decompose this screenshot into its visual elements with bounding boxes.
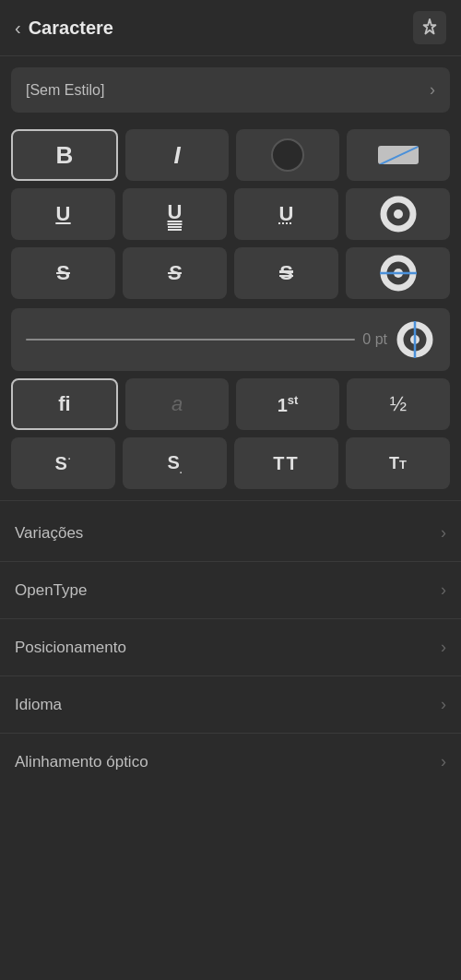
italic-alt-button[interactable]: a (125, 378, 229, 430)
row-underline: U U U (11, 188, 450, 240)
tracking-value: 0 pt (362, 331, 387, 348)
donut-2-button[interactable] (346, 247, 450, 299)
ligature-label: fi (58, 392, 70, 416)
divider-1 (0, 500, 461, 501)
section-alinhamento-arrow-icon: › (441, 752, 446, 771)
strike-plain-button[interactable]: S (11, 247, 115, 299)
section-variacoes-label: Variações (15, 524, 83, 543)
svg-point-1 (394, 209, 403, 219)
underline-dotted-button[interactable]: U (234, 188, 338, 240)
all-caps-button[interactable]: TT (234, 437, 338, 489)
header-left: ‹ Caractere (15, 18, 113, 39)
strike-italic-label: S (168, 261, 182, 285)
feature-row-2: S· S. TT TT (0, 434, 461, 496)
style-selector[interactable]: [Sem Estilo] › (11, 67, 450, 113)
italic-alt-label: a (171, 392, 183, 416)
style-selector-label: [Sem Estilo] (26, 82, 104, 99)
small-caps-button[interactable]: TT (346, 437, 450, 489)
section-opentype-label: OpenType (15, 581, 87, 600)
strike-italic-button[interactable]: S (123, 247, 227, 299)
pin-button[interactable] (413, 11, 446, 44)
dot-above-button[interactable]: S· (11, 437, 115, 489)
donut-1-icon (378, 194, 419, 234)
bold-button[interactable]: B (11, 129, 118, 181)
section-alinhamento-label: Alinhamento óptico (15, 753, 148, 771)
fill-color-button[interactable] (236, 129, 339, 181)
pin-icon (420, 18, 440, 38)
italic-button[interactable]: I (125, 129, 229, 181)
tracking-line (26, 339, 355, 341)
section-posicionamento-label: Posicionamento (15, 639, 126, 657)
section-idioma[interactable]: Idioma › (0, 675, 461, 733)
ligature-button[interactable]: fi (11, 378, 118, 430)
header: ‹ Caractere (0, 0, 461, 56)
back-button[interactable]: ‹ (15, 18, 21, 39)
sections-list: Variações › OpenType › Posicionamento › … (0, 505, 461, 790)
strike-double-button[interactable]: S (234, 247, 338, 299)
underline-plain-label: U (56, 202, 71, 226)
formatting-grid: B I U U U S S (0, 124, 461, 305)
all-caps-label: TT (273, 453, 299, 474)
strike-double-label: S (279, 261, 293, 285)
donut-2-icon (378, 253, 419, 293)
section-idioma-arrow-icon: › (441, 695, 446, 714)
tracking-row[interactable]: 0 pt (11, 308, 450, 371)
strike-plain-label: S (56, 261, 70, 285)
donut-3-icon (395, 319, 435, 360)
dot-below-button[interactable]: S. (123, 437, 227, 489)
dot-above-label: S· (54, 453, 71, 474)
section-variacoes[interactable]: Variações › (0, 505, 461, 561)
dot-below-label: S. (167, 452, 182, 475)
row-bold-italic: B I (11, 129, 450, 181)
underline-plain-button[interactable]: U (11, 188, 115, 240)
feature-row-1: fi a 1st ½ (0, 375, 461, 434)
underline-double-label: U (168, 200, 183, 228)
section-opentype-arrow-icon: › (441, 580, 446, 600)
stroke-color-rect (378, 146, 419, 164)
ordinal-label: 1st (278, 393, 299, 416)
stroke-color-button[interactable] (347, 129, 450, 181)
underline-double-button[interactable]: U (123, 188, 227, 240)
fraction-label: ½ (390, 392, 407, 416)
donut-1-button[interactable] (346, 188, 450, 240)
underline-dotted-label: U (279, 202, 294, 226)
section-variacoes-arrow-icon: › (441, 523, 446, 543)
fraction-button[interactable]: ½ (347, 378, 450, 430)
page-title: Caractere (29, 18, 113, 39)
section-opentype[interactable]: OpenType › (0, 561, 461, 618)
style-selector-arrow-icon: › (430, 80, 435, 100)
ordinal-button[interactable]: 1st (236, 378, 339, 430)
section-alinhamento[interactable]: Alinhamento óptico › (0, 733, 461, 790)
row-strike: S S S (11, 247, 450, 299)
fill-color-circle (271, 138, 304, 172)
small-caps-label: TT (389, 454, 407, 473)
section-posicionamento-arrow-icon: › (441, 638, 446, 657)
section-posicionamento[interactable]: Posicionamento › (0, 618, 461, 675)
section-idioma-label: Idioma (15, 696, 62, 714)
